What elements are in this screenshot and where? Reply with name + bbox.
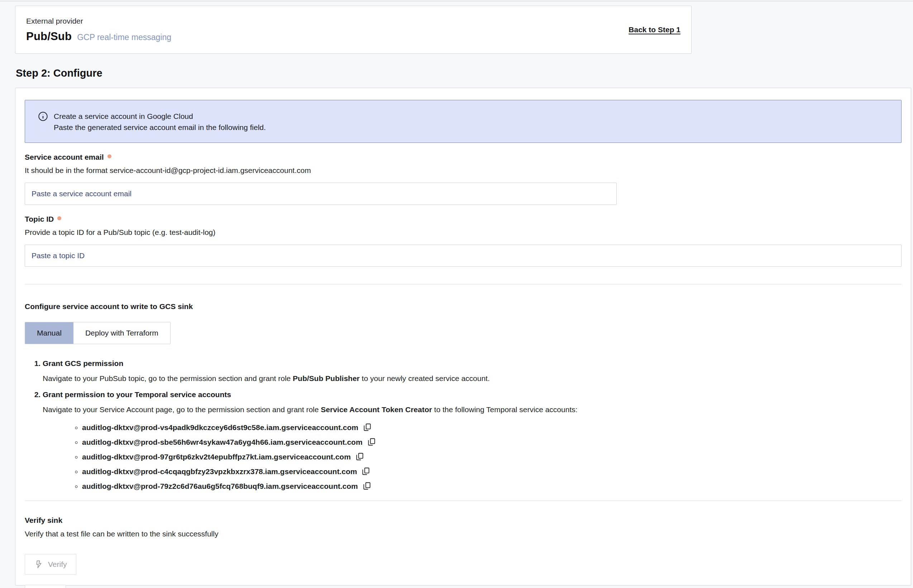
copy-icon[interactable]	[362, 481, 372, 491]
verify-button-label: Verify	[48, 560, 67, 569]
step-body-role: Pub/Sub Publisher	[293, 374, 360, 383]
back-to-step-1-link[interactable]: Back to Step 1	[628, 26, 680, 34]
provider-eyebrow: External provider	[26, 17, 171, 26]
section-divider	[25, 501, 902, 501]
topic-id-field-group: Topic ID Provide a topic ID for a Pub/Su…	[25, 215, 902, 267]
copy-icon[interactable]	[367, 437, 376, 447]
instruction-step: Grant GCS permission Navigate to your Pu…	[43, 359, 902, 384]
service-account-email: auditlog-dktxv@prod-c4cqaqgbfzy23vpzkbxz…	[82, 467, 357, 476]
list-item: auditlog-dktxv@prod-79z2c6d76au6g5fcq768…	[82, 481, 902, 491]
list-item: auditlog-dktxv@prod-vs4padk9dkczcey6d6st…	[82, 423, 902, 432]
step-body-text: Navigate to your Service Account page, g…	[43, 405, 321, 414]
service-account-email: auditlog-dktxv@prod-79z2c6d76au6g5fcq768…	[82, 482, 358, 490]
tab-deploy-with-terraform[interactable]: Deploy with Terraform	[73, 322, 170, 344]
provider-name: Pub/Sub	[26, 30, 72, 43]
configure-tabs: Manual Deploy with Terraform	[25, 322, 170, 344]
required-dot	[107, 154, 112, 158]
required-dot	[57, 216, 61, 220]
verify-sink-subtitle: Verify that a test file can be written t…	[25, 530, 902, 538]
provider-info: External provider Pub/Sub GCP real-time …	[26, 17, 171, 43]
list-item: auditlog-dktxv@prod-sbe56h6wr4sykaw47a6y…	[82, 437, 902, 447]
service-account-list: auditlog-dktxv@prod-vs4padk9dkczcey6d6st…	[43, 423, 902, 491]
copy-icon[interactable]	[363, 423, 372, 432]
info-banner: Create a service account in Google Cloud…	[25, 100, 902, 143]
service-account-email-input[interactable]	[25, 183, 617, 205]
step-body: Navigate to your PubSub topic, go to the…	[43, 373, 902, 384]
step-body-text: to your newly created service account.	[360, 374, 490, 383]
step-title: Grant permission to your Temporal servic…	[43, 390, 902, 399]
step-title: Grant GCS permission	[43, 359, 902, 368]
service-account-email-helper: It should be in the format service-accou…	[25, 166, 902, 175]
info-icon	[38, 111, 48, 142]
configure-section-heading: Configure service account to write to GC…	[25, 302, 902, 311]
tab-manual[interactable]: Manual	[25, 322, 73, 344]
info-banner-subtitle: Paste the generated service account emai…	[54, 122, 266, 133]
list-item: auditlog-dktxv@prod-97gr6tp6zkv2t4epubff…	[82, 452, 902, 461]
service-account-email: auditlog-dktxv@prod-sbe56h6wr4sykaw47a6y…	[82, 438, 363, 446]
service-account-email: auditlog-dktxv@prod-vs4padk9dkczcey6d6st…	[82, 423, 358, 431]
provider-tagline: GCP real-time messaging	[77, 32, 171, 42]
section-divider	[25, 284, 902, 284]
create-button[interactable]: Create	[25, 585, 66, 588]
instruction-step: Grant permission to your Temporal servic…	[43, 390, 902, 491]
configure-card: Create a service account in Google Cloud…	[15, 88, 911, 585]
step-body-role: Service Account Token Creator	[321, 405, 432, 414]
copy-icon[interactable]	[361, 467, 371, 476]
service-account-email: auditlog-dktxv@prod-97gr6tp6zkv2t4epubff…	[82, 452, 351, 461]
page-top-divider	[0, 1, 913, 2]
service-account-email-label: Service account email	[25, 153, 104, 162]
zap-icon	[34, 560, 43, 569]
step-body-text: to the following Temporal service accoun…	[432, 405, 578, 414]
verify-sink-heading: Verify sink	[25, 516, 902, 525]
copy-icon[interactable]	[355, 452, 364, 461]
step-body-text: Navigate to your PubSub topic, go to the…	[43, 374, 293, 383]
service-account-email-field-group: Service account email It should be in th…	[25, 153, 902, 205]
instruction-steps: Grant GCS permission Navigate to your Pu…	[25, 359, 902, 491]
verify-button[interactable]: Verify	[25, 554, 76, 575]
step-body: Navigate to your Service Account page, g…	[43, 404, 902, 415]
info-banner-text: Create a service account in Google Cloud…	[54, 111, 266, 142]
list-item: auditlog-dktxv@prod-c4cqaqgbfzy23vpzkbxz…	[82, 467, 902, 476]
page-title: Step 2: Configure	[16, 67, 913, 79]
topic-id-input[interactable]	[25, 245, 902, 267]
info-banner-title: Create a service account in Google Cloud	[54, 111, 266, 122]
provider-card: External provider Pub/Sub GCP real-time …	[15, 6, 691, 54]
topic-id-label: Topic ID	[25, 215, 54, 223]
topic-id-helper: Provide a topic ID for a Pub/Sub topic (…	[25, 228, 902, 237]
